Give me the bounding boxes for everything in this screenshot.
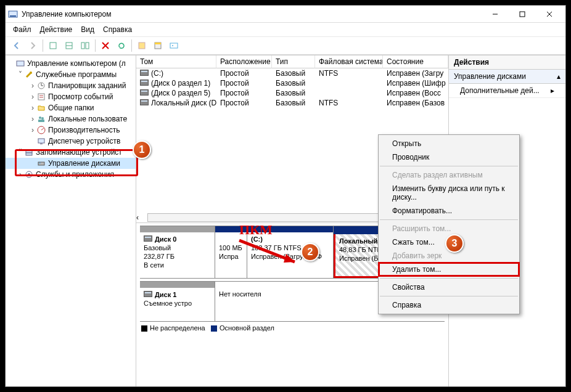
storage-icon (24, 147, 34, 157)
tools-icon (24, 70, 34, 80)
disk-icon (36, 158, 46, 168)
col-state[interactable]: Состояние (383, 55, 448, 68)
svg-rect-1 (10, 15, 16, 17)
badge-1: 1 (133, 141, 151, 159)
tree-diskmgmt[interactable]: Управление дисками (48, 159, 120, 168)
col-volume[interactable]: Том (136, 55, 216, 68)
ctx-properties[interactable]: Свойства (379, 280, 519, 294)
close-button[interactable] (536, 6, 563, 23)
svg-point-19 (30, 71, 32, 74)
tree-users[interactable]: Локальные пользовате (48, 115, 127, 123)
nav-tree[interactable]: Управление компьютером (л ˅Служебные про… (6, 55, 136, 386)
menu-file[interactable]: Файл (9, 24, 35, 35)
table-row[interactable]: (Диск 0 раздел 5)ПростойБазовыйИсправен … (136, 88, 448, 98)
tree-devmgr[interactable]: Диспетчер устройств (48, 137, 120, 145)
view-button-3[interactable] (78, 39, 92, 52)
tool-icon-3[interactable] (166, 39, 181, 52)
menu-view[interactable]: Вид (77, 24, 98, 35)
col-type[interactable]: Тип (272, 55, 315, 68)
tool-icon-2[interactable] (150, 39, 165, 52)
volume-table-header[interactable]: Том Расположение Тип Файловая система Со… (136, 55, 448, 68)
disk-icon (144, 235, 152, 242)
chevron-right-icon: ▸ (551, 86, 554, 95)
svg-point-27 (41, 117, 44, 120)
svg-rect-10 (86, 43, 89, 49)
svg-point-26 (39, 116, 41, 119)
view-button-1[interactable] (46, 39, 60, 52)
table-row[interactable]: (Диск 0 раздел 1)ПростойБазовыйИсправен … (136, 78, 448, 88)
computer-icon (15, 59, 25, 68)
actions-group[interactable]: Управление дисками▴ (449, 70, 565, 84)
app-icon (8, 9, 18, 19)
disk-icon (144, 291, 152, 297)
tree-events[interactable]: Просмотр событий (48, 92, 113, 101)
tool-icon-1[interactable] (134, 39, 149, 52)
tree-services[interactable]: Служебные программы (36, 70, 117, 79)
svg-rect-33 (26, 150, 32, 153)
col-layout[interactable]: Расположение (216, 55, 272, 68)
svg-rect-34 (26, 153, 32, 155)
svc-icon (24, 169, 34, 179)
svg-rect-36 (39, 163, 41, 163)
perf-icon (36, 125, 46, 135)
tree-root[interactable]: Управление компьютером (л (27, 59, 126, 68)
ctx-change-letter[interactable]: Изменить букву диска или путь к диску... (379, 182, 519, 204)
tree-svcapps[interactable]: Службы и приложения (36, 170, 114, 179)
back-button[interactable] (9, 39, 24, 52)
svg-point-17 (172, 45, 173, 46)
disk-1-label[interactable]: Диск 1 Съемное устро (140, 282, 215, 321)
menu-help[interactable]: Справка (99, 24, 136, 35)
svg-rect-13 (139, 43, 145, 49)
table-row[interactable]: Локальный диск (D:)ПростойБазовыйNTFSИсп… (136, 98, 448, 108)
toolbar (6, 36, 565, 55)
tree-storage[interactable]: Запоминающие устройст (36, 148, 122, 157)
device-icon (36, 136, 46, 146)
actions-more[interactable]: Дополнительные дей...▸ (449, 84, 565, 98)
svg-marker-40 (284, 254, 295, 263)
tree-scheduler[interactable]: Планировщик заданий (48, 81, 126, 90)
ctx-explorer[interactable]: Проводник (379, 150, 519, 164)
ctx-extend: Расширить том... (379, 222, 519, 235)
forward-button[interactable] (25, 39, 40, 52)
table-row[interactable]: (C:)ПростойБазовыйNTFSИсправен (Загру (136, 68, 448, 78)
users-icon (36, 114, 46, 124)
badge-2: 2 (301, 243, 319, 261)
svg-rect-15 (155, 43, 161, 44)
svg-rect-18 (17, 61, 24, 66)
col-fs[interactable]: Файловая система (315, 55, 383, 68)
ctx-format[interactable]: Форматировать... (379, 204, 519, 218)
collapse-icon: ▴ (557, 72, 561, 81)
view-button-2[interactable] (62, 39, 76, 52)
svg-rect-9 (81, 43, 84, 49)
svg-rect-35 (38, 162, 44, 165)
svg-point-38 (28, 173, 30, 176)
minimize-button[interactable] (482, 6, 509, 23)
legend: Не распределена Основной раздел (136, 323, 448, 335)
maximize-button[interactable] (509, 6, 536, 23)
folder-icon (36, 103, 46, 113)
ctx-help[interactable]: Справка (379, 298, 519, 312)
titlebar: Управление компьютером (6, 6, 565, 23)
svg-rect-32 (40, 144, 43, 144)
refresh-icon[interactable] (114, 39, 129, 52)
menu-action[interactable]: Действие (36, 24, 76, 35)
svg-rect-16 (170, 43, 178, 48)
svg-line-30 (41, 128, 44, 130)
tree-shares[interactable]: Общие папки (48, 104, 94, 112)
context-menu: Открыть Проводник Сделать раздел активны… (378, 134, 520, 314)
svg-rect-28 (38, 120, 44, 122)
delete-icon[interactable] (98, 39, 113, 52)
disk-0-label[interactable]: Диск 0 Базовый 232,87 ГБ В сети (140, 226, 215, 278)
events-icon (36, 92, 46, 102)
menubar: Файл Действие Вид Справка (6, 23, 565, 36)
ctx-delete-volume[interactable]: Удалить том... (379, 263, 519, 276)
svg-rect-3 (520, 12, 525, 17)
ctx-make-active: Сделать раздел активным (379, 168, 519, 182)
tree-perf[interactable]: Производительность (48, 126, 120, 134)
svg-rect-23 (38, 94, 44, 100)
ctx-open[interactable]: Открыть (379, 137, 519, 150)
svg-rect-31 (38, 139, 44, 143)
badge-3: 3 (445, 234, 464, 253)
clock-icon (36, 81, 46, 91)
window-title: Управление компьютером (22, 10, 482, 18)
